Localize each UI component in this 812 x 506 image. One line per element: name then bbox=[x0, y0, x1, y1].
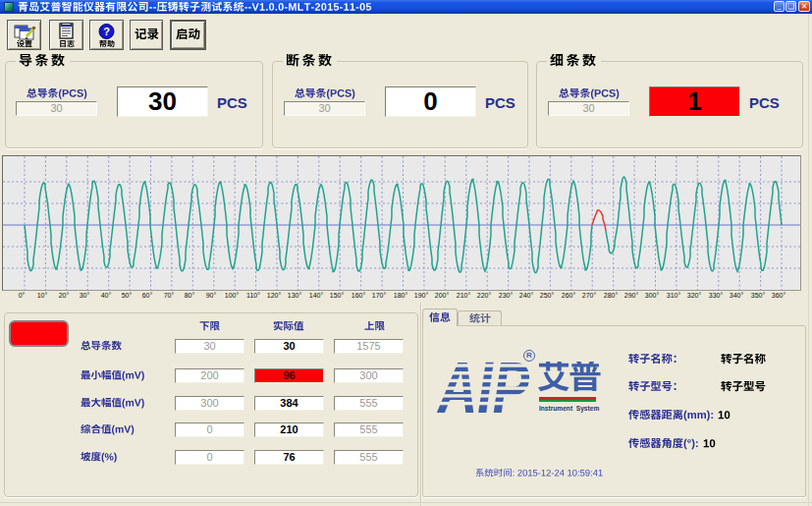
svg-text:?: ? bbox=[103, 26, 110, 37]
